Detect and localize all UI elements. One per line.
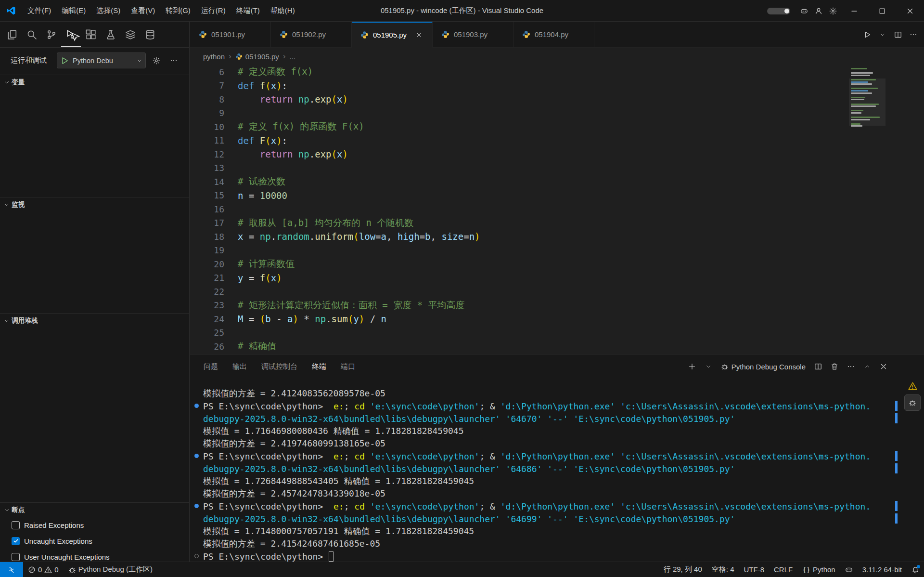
terminal-more-actions-icon[interactable] [844, 360, 858, 373]
activity-extensions[interactable] [81, 22, 101, 47]
activity-database[interactable] [140, 22, 160, 47]
checkbox[interactable] [12, 521, 20, 529]
terminal-launch-dropdown-icon[interactable] [702, 360, 715, 373]
activity-run-and-debug[interactable] [61, 22, 81, 47]
panel-tab-tab[interactable]: 终端 [312, 354, 326, 379]
checkbox[interactable] [12, 553, 20, 561]
breadcrumb-tail[interactable]: ... [289, 52, 295, 61]
menu-item-1[interactable]: 编辑(E) [56, 0, 91, 21]
new-terminal-icon[interactable] [685, 360, 699, 373]
panel-tab-tab[interactable]: 端口 [341, 354, 355, 379]
run-python-file-icon[interactable] [860, 28, 874, 41]
code-line-9: 9 [190, 106, 924, 120]
run-and-debug-sidebar: 运行和调试 Python Debu 变量 监视 调用堆栈 [0, 22, 190, 562]
tab-051904-py[interactable]: 051904.py [513, 22, 594, 47]
titlebar: 文件(F)编辑(E)选择(S)查看(V)转到(G)运行(R)终端(T)帮助(H)… [0, 0, 924, 22]
active-terminal-label[interactable]: Python Debug Console [721, 363, 806, 371]
remote-indicator[interactable] [0, 562, 23, 577]
menu-item-0[interactable]: 文件(F) [22, 0, 56, 21]
tab-051905-py[interactable]: 051905.py [352, 22, 433, 48]
debug-settings-gear-icon[interactable] [150, 54, 163, 67]
status-python-interpreter[interactable]: 3.11.2 64-bit [858, 562, 907, 577]
maximize-panel-icon[interactable] [860, 360, 874, 373]
kill-terminal-icon[interactable] [828, 360, 841, 373]
breadcrumb-file[interactable]: 051905.py [245, 52, 279, 61]
accounts-icon[interactable] [811, 0, 826, 22]
code-line-24: 24M = (b - a) * np.sum(y) / n [190, 312, 924, 326]
close-window-icon[interactable] [896, 0, 924, 22]
breadcrumb[interactable]: python › 051905.py › ... [190, 48, 924, 65]
menu-item-5[interactable]: 运行(R) [196, 0, 231, 21]
chevron-down-icon [4, 202, 10, 208]
debug-config-dropdown[interactable]: Python Debu [57, 52, 146, 68]
panel-tab-tab[interactable]: 调试控制台 [261, 354, 297, 379]
menu-item-3[interactable]: 查看(V) [126, 0, 160, 21]
status-language-mode[interactable]: {}Python [797, 562, 840, 577]
settings-gear-icon[interactable] [826, 0, 840, 22]
activity-search[interactable] [22, 22, 41, 47]
minimize-icon[interactable] [840, 0, 868, 22]
activity-explorer[interactable] [2, 22, 22, 47]
start-debug-icon[interactable] [60, 56, 69, 65]
breakpoint-uncaught-exceptions[interactable]: Uncaught Exceptions [0, 535, 189, 547]
terminal-line-4: 模拟值的方差 = 2.4197468099138165e-05 [203, 437, 892, 450]
status-indentation[interactable]: 空格: 4 [707, 562, 739, 577]
tab-051903-py[interactable]: 051903.py [433, 22, 513, 47]
warning-icon[interactable] [908, 381, 917, 391]
error-circle-icon [28, 566, 36, 574]
section-variables[interactable]: 变量 [0, 75, 189, 89]
run-dropdown-icon[interactable] [876, 28, 889, 41]
menu-item-7[interactable]: 帮助(H) [265, 0, 300, 21]
bell-icon [911, 566, 919, 574]
debug-status[interactable]: Python Debug (工作区) [64, 562, 157, 577]
close-tab-icon[interactable] [414, 31, 423, 39]
maximize-icon[interactable] [868, 0, 896, 22]
code-editor[interactable]: 6# 定义函数 f(x)7def f(x):8 return np.exp(x)… [190, 65, 924, 354]
breadcrumb-folder[interactable]: python [203, 52, 225, 61]
checkbox[interactable] [12, 537, 20, 545]
tab-051902-py[interactable]: 051902.py [271, 22, 352, 47]
split-terminal-icon[interactable] [811, 360, 825, 373]
activity-bar [0, 22, 189, 48]
status-cursor-position[interactable]: 行 29, 列 40 [659, 562, 707, 577]
copilot-icon[interactable] [797, 0, 811, 22]
line-number: 8 [190, 94, 224, 105]
split-editor-icon[interactable] [891, 28, 905, 41]
code-line-21: 21y = f(x) [190, 271, 924, 285]
statusbar-right: 行 29, 列 40空格: 4UTF-8CRLF{}Python3.11.2 6… [659, 562, 924, 577]
activity-testing[interactable] [101, 22, 120, 47]
status-copilot-status[interactable] [840, 562, 858, 577]
menu-item-6[interactable]: 终端(T) [231, 0, 265, 21]
window-title: 051905.py - wincode (工作区) - Visual Studi… [381, 0, 543, 22]
tab-051901-py[interactable]: 051901.py [190, 22, 271, 47]
panel-tab-tab[interactable]: 问题 [204, 354, 218, 379]
command-decoration[interactable] [194, 554, 199, 558]
status-encoding[interactable]: UTF-8 [739, 562, 769, 577]
menu-item-2[interactable]: 选择(S) [91, 0, 126, 21]
terminal-line-12: 模拟值的方差 = 2.415424687461685e-05 [203, 538, 892, 550]
line-number: 12 [190, 149, 224, 159]
menu-item-4[interactable]: 转到(G) [160, 0, 196, 21]
command-decoration[interactable] [194, 454, 199, 458]
activity-layers[interactable] [120, 22, 140, 47]
status-notifications[interactable] [907, 562, 924, 577]
close-panel-icon[interactable] [877, 360, 890, 373]
minimap[interactable] [851, 68, 883, 140]
activity-source-control[interactable] [41, 22, 61, 47]
debug-more-actions-icon[interactable] [167, 54, 180, 67]
section-call-stack[interactable]: 调用堆栈 [0, 313, 189, 328]
section-breakpoints[interactable]: 断点 [0, 502, 189, 517]
breakpoint-raised-exceptions[interactable]: Raised Exceptions [0, 519, 189, 531]
breadcrumb-separator: › [229, 52, 231, 61]
terminal[interactable]: 模拟值的方差 = 2.4124083562089578e-05PS E:\syn… [190, 379, 892, 562]
section-watch[interactable]: 监视 [0, 197, 189, 211]
editor-region: 051901.py051902.py051905.py051903.py0519… [190, 22, 924, 562]
panel-tab-tab[interactable]: 输出 [232, 354, 247, 379]
line-number: 21 [190, 273, 224, 283]
editor-more-actions-icon[interactable] [907, 28, 920, 41]
status-eol[interactable]: CRLF [769, 562, 797, 577]
command-decoration[interactable] [194, 504, 199, 508]
debug-console-terminal-tab[interactable] [904, 394, 921, 411]
command-decoration[interactable] [194, 404, 199, 408]
problems-status[interactable]: 0 0 [23, 562, 64, 577]
